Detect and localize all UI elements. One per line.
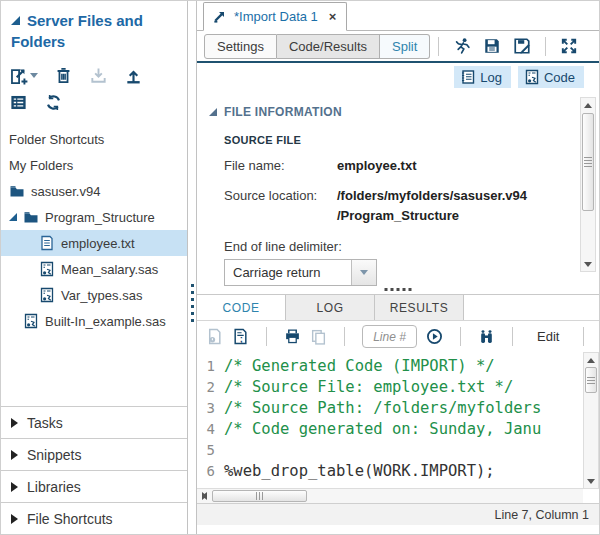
tree-item-sasuser[interactable]: sasuser.v94 xyxy=(1,178,187,204)
code-line: 2/* Source File: employee.txt */ xyxy=(197,377,583,398)
source-location-value: /folders/myfolders/sasuser.v94 /Program_… xyxy=(337,186,527,226)
delimiter-select[interactable]: Carriage return xyxy=(224,259,377,286)
code-button[interactable]: Code xyxy=(518,66,584,88)
collapse-triangle-icon xyxy=(11,16,20,25)
accordion-snippets[interactable]: Snippets xyxy=(1,438,187,470)
code-editor[interactable]: 1/* Generated Code (IMPORT) */ 2/* Sourc… xyxy=(197,352,599,503)
scrollbar-thumb[interactable] xyxy=(585,367,597,393)
run-icon[interactable] xyxy=(453,37,471,55)
editor-horizontal-scrollbar[interactable] xyxy=(197,488,583,503)
tree-item-built-in-example[interactable]: Built-In_example.sas xyxy=(1,308,187,334)
server-files-header[interactable]: Server Files and Folders xyxy=(1,1,187,56)
svg-text:;: ; xyxy=(240,333,243,344)
tab-code-results[interactable]: Code/Results xyxy=(277,34,380,59)
source-location-row: Source location: /folders/myfolders/sasu… xyxy=(224,186,599,226)
accordion-libraries[interactable]: Libraries xyxy=(1,470,187,502)
delimiter-label: End of line delimiter: xyxy=(224,239,599,254)
file-name-value: employee.txt xyxy=(337,156,416,176)
tree-item-var-types[interactable]: Var_types.sas xyxy=(1,282,187,308)
toolbar-separator xyxy=(545,37,546,56)
toolbar-separator xyxy=(460,327,461,346)
settings-scrollbar[interactable] xyxy=(580,97,596,272)
tab-split[interactable]: Split xyxy=(380,34,430,59)
maximize-icon[interactable] xyxy=(560,37,578,55)
refresh-icon[interactable] xyxy=(44,93,63,112)
scroll-up-arrow[interactable] xyxy=(584,353,598,367)
delete-icon[interactable] xyxy=(54,66,73,85)
save-as-icon[interactable] xyxy=(513,37,531,55)
new-file-dropdown-caret[interactable] xyxy=(30,73,38,78)
edit-button[interactable]: Edit xyxy=(530,327,566,346)
toolbar-separator xyxy=(344,327,345,346)
find-icon[interactable] xyxy=(478,328,495,345)
folder-tree: Folder Shortcuts My Folders sasuser.v94 … xyxy=(1,118,187,334)
sas-program-icon xyxy=(39,261,55,277)
properties-icon[interactable] xyxy=(9,93,28,112)
scroll-right-arrow[interactable] xyxy=(197,489,211,503)
toolbar-separator xyxy=(266,327,267,346)
code-icon xyxy=(524,69,540,85)
collapsed-triangle-icon xyxy=(11,418,18,428)
tree-item-folder-shortcuts[interactable]: Folder Shortcuts xyxy=(1,126,187,152)
scroll-down-arrow[interactable] xyxy=(584,474,598,488)
download-icon xyxy=(89,66,108,85)
tree-item-my-folders[interactable]: My Folders xyxy=(1,152,187,178)
editor-vertical-scrollbar[interactable] xyxy=(583,352,599,489)
tree-item-employee-txt[interactable]: employee.txt xyxy=(1,230,187,256)
tab-settings[interactable]: Settings xyxy=(204,34,277,59)
expanded-triangle-icon[interactable] xyxy=(9,213,17,221)
tab-results[interactable]: RESULTS xyxy=(375,295,464,320)
view-mode-tabs: Settings Code/Results Split xyxy=(204,34,430,59)
save-icon[interactable] xyxy=(483,37,501,55)
sas-program-icon xyxy=(39,287,55,303)
file-information-header[interactable]: FILE INFORMATION xyxy=(209,105,599,119)
go-to-line-icon[interactable] xyxy=(426,328,443,345)
cursor-position: Line 7, Column 1 xyxy=(494,508,589,522)
bottom-padding xyxy=(197,525,599,534)
source-file-heading: SOURCE FILE xyxy=(224,134,599,146)
scrollbar-thumb[interactable] xyxy=(582,113,594,211)
close-tab-icon[interactable]: × xyxy=(329,9,337,24)
code-lines: 1/* Generated Code (IMPORT) */ 2/* Sourc… xyxy=(197,352,599,482)
accordion-tasks[interactable]: Tasks xyxy=(1,406,187,438)
splitter-handle[interactable] xyxy=(191,284,194,322)
tree-item-mean-salary[interactable]: Mean_salary.sas xyxy=(1,256,187,282)
toolbar-separator xyxy=(438,37,439,56)
scroll-up-arrow[interactable] xyxy=(581,98,595,112)
tab-title: *Import Data 1 xyxy=(234,9,318,24)
chevron-down-icon xyxy=(360,270,368,275)
upload-icon[interactable] xyxy=(124,66,143,85)
tab-code[interactable]: CODE xyxy=(197,295,286,320)
scrollbar-thumb[interactable] xyxy=(212,490,307,502)
tab-import-data-1[interactable]: *Import Data 1 × xyxy=(203,2,347,31)
horizontal-splitter-handle[interactable] xyxy=(385,288,412,291)
new-file-icon[interactable] xyxy=(9,66,28,85)
scroll-down-arrow[interactable] xyxy=(581,257,595,271)
sidebar-accordion: Tasks Snippets Libraries File Shortcuts xyxy=(1,406,187,534)
panel-title: Server Files and Folders xyxy=(11,12,143,50)
tree-item-program-structure[interactable]: Program_Structure xyxy=(1,204,187,230)
sidebar-toolbar xyxy=(1,56,187,118)
server-files-panel: Server Files and Folders xyxy=(1,1,188,534)
log-icon xyxy=(460,69,476,85)
toolbar-separator xyxy=(512,327,513,346)
sas-studio-window: Server Files and Folders xyxy=(0,0,600,535)
panel-splitter[interactable] xyxy=(188,1,197,534)
settings-panel: FILE INFORMATION SOURCE FILE File name: … xyxy=(197,91,599,294)
status-bar: Line 7, Column 1 xyxy=(197,503,599,525)
code-line: 3/* Source Path: /folders/myfolders xyxy=(197,398,583,419)
sas-program-icon xyxy=(23,313,39,329)
collapsed-triangle-icon xyxy=(11,482,18,492)
tab-log[interactable]: LOG xyxy=(286,295,375,320)
log-button[interactable]: Log xyxy=(454,66,511,88)
print-icon[interactable] xyxy=(284,328,301,345)
result-tab-bar: CODE LOG RESULTS xyxy=(197,294,599,321)
copy-icon xyxy=(310,328,327,345)
document-tab-bar: *Import Data 1 × xyxy=(197,1,599,31)
format-code-icon[interactable]: ; xyxy=(232,328,249,345)
code-line: 6%web_drop_table(WORK.IMPORT); xyxy=(197,461,583,482)
line-number-input[interactable] xyxy=(362,325,417,348)
accordion-file-shortcuts[interactable]: File Shortcuts xyxy=(1,502,187,534)
dropdown-caret-button[interactable] xyxy=(351,260,376,285)
code-toolbar: ; Edit xyxy=(197,321,599,352)
